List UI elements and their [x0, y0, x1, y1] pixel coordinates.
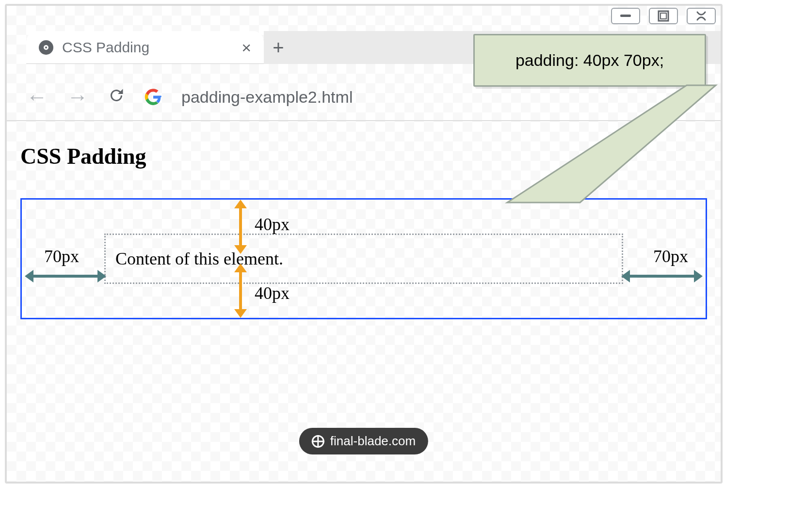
padding-left-label: 70px: [44, 246, 79, 266]
svg-rect-0: [620, 15, 631, 17]
app-window: CSS Padding × + ← → padding-example2.htm…: [5, 4, 723, 484]
padding-right-arrow: [628, 275, 696, 278]
new-tab-button[interactable]: +: [264, 31, 293, 64]
padding-left-arrow: [32, 275, 99, 278]
watermark-pill: final-blade.com: [299, 428, 428, 454]
padding-top-arrow: [239, 206, 242, 247]
globe-icon: [312, 435, 324, 448]
tab-title: CSS Padding: [62, 39, 149, 56]
forward-icon[interactable]: →: [67, 85, 88, 109]
callout: padding: 40px 70px;: [473, 34, 706, 87]
callout-box: padding: 40px 70px;: [473, 34, 706, 87]
padding-bottom-label: 40px: [255, 283, 290, 303]
back-icon[interactable]: ←: [26, 85, 48, 109]
padding-right-label: 70px: [653, 246, 688, 266]
watermark-text: final-blade.com: [330, 434, 416, 449]
url-text[interactable]: padding-example2.html: [181, 88, 353, 107]
browser-tab[interactable]: CSS Padding ×: [26, 31, 264, 64]
tab-close-icon[interactable]: ×: [239, 38, 254, 57]
padding-top-label: 40px: [255, 214, 290, 235]
content-box: Content of this element.: [104, 234, 623, 284]
padding-bottom-arrow: [239, 270, 242, 311]
svg-rect-2: [660, 13, 666, 19]
tab-favicon: [39, 40, 53, 55]
reload-icon[interactable]: [108, 85, 125, 109]
google-icon: [145, 88, 162, 106]
padding-demo-box: Content of this element. 40px 40px 70px …: [20, 198, 707, 319]
